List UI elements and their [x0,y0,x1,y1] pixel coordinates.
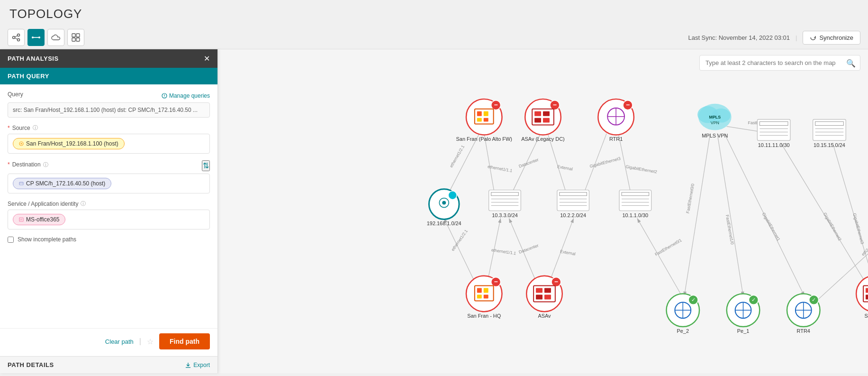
node-asav-legacy[interactable]: − ASAv (Legacy DC) [521,99,564,142]
svg-rect-100 [813,119,846,141]
search-input[interactable] [699,55,860,71]
svg-text:−: − [494,278,498,285]
svg-text:FastEthernet1/0: FastEthernet1/0 [725,214,735,245]
svg-text:10.2.2.0/24: 10.2.2.0/24 [560,212,586,218]
svg-rect-135 [477,294,482,298]
connections-btn[interactable] [8,29,25,46]
svg-rect-117 [557,190,589,211]
svg-text:GigabitEthernet2: GigabitEthernet2 [823,211,842,241]
node-10-1-1[interactable]: 10.1.1.0/30 [619,190,651,219]
svg-rect-144 [536,294,542,299]
svg-text:eth2: eth2 [860,248,868,257]
svg-text:GigabitEthernet3: GigabitEthernet3 [589,156,621,169]
source-input[interactable]: San Fran/Host_192.168.1.100 (host) [8,134,210,154]
source-label: Source [12,125,30,131]
synchronize-btn[interactable]: Synchronize [803,31,860,45]
svg-rect-172 [866,288,868,293]
node-san-fran-fw[interactable]: − San Fran (Palo Alto FW) [456,99,512,142]
topology-svg: ethernet1/2.1 ethernet1/1.1 Datacenter E… [218,49,868,373]
svg-text:GigabitEthernet3: GigabitEthernet3 [852,212,865,244]
svg-rect-145 [544,294,551,299]
show-incomplete-row: Show incomplete paths [8,236,210,243]
svg-text:San Fran - HQ: San Fran - HQ [467,313,501,319]
svg-rect-78 [534,118,541,123]
node-192-168-1[interactable]: 192.168.1.0/24 [427,189,461,227]
svg-line-47 [684,133,710,296]
svg-rect-134 [484,288,488,293]
svg-rect-18 [19,182,23,185]
svg-text:10.1.1.0/30: 10.1.1.0/30 [623,212,649,218]
node-pe-2[interactable]: ✓ Pe_2 [666,293,699,334]
svg-line-49 [717,133,743,296]
service-input[interactable]: MS-office365 [8,210,210,229]
find-path-btn[interactable]: Find path [159,333,210,349]
dest-info-icon: ⓘ [43,161,48,168]
node-rtr1[interactable]: − RTR1 [598,99,634,142]
svg-rect-94 [757,119,790,141]
footer-separator: | [139,337,141,346]
svg-point-107 [448,191,457,200]
svg-rect-70 [484,118,488,122]
clear-path-btn[interactable]: Clear path [105,338,134,345]
node-10-2-2[interactable]: 10.2.2.0/24 [557,190,589,219]
node-10-3-3[interactable]: 10.3.3.0/24 [489,190,521,219]
node-san-fran-hq[interactable]: − San Fran - HQ [466,276,502,319]
svg-text:GigabitEthernet1: GigabitEthernet1 [761,211,781,241]
svg-text:GigabitEthernet2: GigabitEthernet2 [625,164,658,174]
node-smcpm[interactable]: − SMCPM [856,276,868,319]
svg-text:✓: ✓ [812,297,816,303]
svg-point-7 [38,37,40,38]
swap-btn[interactable]: ⇅ [202,160,210,171]
svg-line-3 [15,36,18,37]
svg-text:−: − [553,101,557,109]
node-mpls-vpn[interactable]: MPLS VPN MPLS VPN [697,104,732,139]
svg-rect-10 [76,34,80,37]
sync-area: Last Sync: November 14, 2022 03:01 | Syn… [688,31,860,45]
manage-queries-link[interactable]: Manage queries [162,92,210,99]
show-incomplete-label: Show incomplete paths [18,236,76,243]
svg-point-0 [13,37,15,39]
service-label: Service / Application identity [8,201,78,207]
svg-text:192.168.1.0/24: 192.168.1.0/24 [427,220,461,226]
svg-text:FastEthernet0/0: FastEthernet0/0 [685,183,695,213]
svg-text:−: − [554,278,558,285]
node-10-11-11[interactable]: 10.11.11.0/30 [757,119,790,148]
service-tag: MS-office365 [13,214,65,225]
svg-text:Datacenter: Datacenter [518,157,540,169]
svg-rect-20 [19,218,23,221]
node-10-15-15[interactable]: 10.15.15.0/24 [813,119,846,148]
show-incomplete-checkbox[interactable] [8,237,14,243]
svg-rect-68 [484,111,488,116]
path-btn[interactable] [27,29,45,46]
svg-point-5 [32,37,34,38]
svg-text:SMCPM: SMCPM [865,313,868,319]
svg-point-168 [856,276,868,312]
svg-line-57 [832,143,868,286]
svg-rect-76 [534,111,541,116]
node-rtr4[interactable]: ✓ RTR4 [787,293,820,334]
star-btn[interactable]: ☆ [147,337,154,346]
search-icon: 🔍 [846,58,856,67]
export-btn[interactable]: Export [185,362,210,368]
cloud-btn[interactable] [47,29,64,46]
svg-rect-136 [484,294,488,298]
main-area: PATH ANALYSIS ✕ PATH QUERY Query Manage … [0,49,868,373]
group-btn[interactable] [67,29,84,46]
svg-text:ethernet1/1.1: ethernet1/1.1 [487,164,513,173]
svg-text:✓: ✓ [691,297,696,303]
svg-text:Pe_2: Pe_2 [677,328,689,334]
node-asav[interactable]: − ASAv [526,276,562,319]
svg-rect-79 [543,118,550,123]
svg-text:−: − [626,101,630,109]
path-details-bar: PATH DETAILS Export [0,356,217,373]
panel-close-btn[interactable]: ✕ [204,54,210,63]
node-pe-1[interactable]: ✓ Pe_1 [727,293,760,334]
svg-text:ethernet1/2.1: ethernet1/2.1 [449,144,465,168]
svg-text:10.3.3.0/24: 10.3.3.0/24 [492,212,518,218]
dest-input[interactable]: CP SMC/h_172.16.40.50 (host) [8,174,210,193]
svg-text:10.11.11.0/30: 10.11.11.0/30 [758,142,790,148]
svg-rect-77 [543,111,550,116]
svg-rect-133 [477,288,482,293]
svg-text:RTR1: RTR1 [609,136,623,142]
svg-text:MPLS VPN: MPLS VPN [702,133,728,138]
